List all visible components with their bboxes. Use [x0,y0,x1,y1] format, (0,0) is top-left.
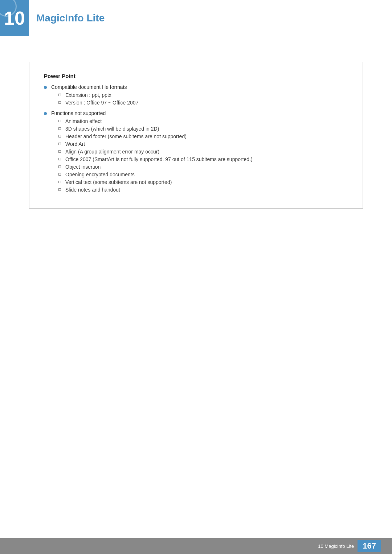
footer-text: 10 MagicInfo Lite [318,543,354,549]
sub-item-text: Office 2007 (SmartArt is not fully suppo… [65,156,348,162]
sub-item-text: Vertical text (some subitems are not sup… [65,179,348,185]
list-item: Office 2007 (SmartArt is not fully suppo… [51,156,348,162]
list-item: Functions not supported Animation effect… [44,110,348,194]
list-item: Opening encrypted documents [51,172,348,177]
sub-item-text: Opening encrypted documents [65,172,348,177]
sub-item-text: Animation effect [65,118,348,124]
list-item: Compatible document file formats Extensi… [44,84,348,107]
list-item: Extension : ppt, pptx [51,92,348,98]
bullet-item-text: Compatible document file formats [51,84,127,90]
sub-bullet-icon [58,165,61,168]
sub-bullet-icon [58,101,61,104]
page-title: MagicInfo Lite [29,12,105,24]
sub-item-text: 3D shapes (which will be displayed in 2D… [65,126,348,132]
sub-bullet-icon [58,135,61,138]
sub-bullet-icon [58,150,61,153]
sub-list: Animation effect3D shapes (which will be… [51,118,348,193]
list-item: Vertical text (some subitems are not sup… [51,179,348,185]
list-item: Animation effect [51,118,348,124]
bullet-dot-icon [44,86,47,89]
content-box: Power Point Compatible document file for… [29,62,363,209]
sub-item-text: Word Art [65,141,348,147]
page-footer: 10 MagicInfo Lite 167 [0,538,392,554]
chapter-number: 10 [4,9,25,28]
sub-bullet-icon [58,94,61,96]
page-number: 167 [358,540,381,552]
list-item: Slide notes and handout [51,187,348,193]
main-content: Power Point Compatible document file for… [0,36,392,230]
list-item: Header and footer (some subitems are not… [51,134,348,139]
sub-bullet-icon [58,127,61,130]
page-header: 10 MagicInfo Lite [0,0,392,36]
sub-list: Extension : ppt, pptx Version : Office 9… [51,92,348,106]
sub-item-text: Slide notes and handout [65,187,348,193]
sub-bullet-icon [58,173,61,176]
sub-item-text: Extension : ppt, pptx [65,92,348,98]
sub-item-text: Object insertion [65,164,348,170]
bullet-item-text: Functions not supported [51,110,106,116]
sub-bullet-icon [58,158,61,160]
sub-bullet-icon [58,188,61,191]
section-title: Power Point [44,73,348,79]
sub-item-text: Version : Office 97 ~ Office 2007 [65,100,348,106]
bullet-dot-icon [44,112,47,115]
bullet-list: Compatible document file formats Extensi… [44,84,348,194]
sub-item-text: Header and footer (some subitems are not… [65,134,348,139]
list-item: 3D shapes (which will be displayed in 2D… [51,126,348,132]
list-item: Object insertion [51,164,348,170]
sub-bullet-icon [58,181,61,183]
list-item: Align (A group alignment error may occur… [51,149,348,155]
chapter-number-block: 10 [0,0,29,36]
list-item: Version : Office 97 ~ Office 2007 [51,100,348,106]
sub-bullet-icon [58,120,61,122]
sub-bullet-icon [58,143,61,145]
list-item: Word Art [51,141,348,147]
sub-item-text: Align (A group alignment error may occur… [65,149,348,155]
